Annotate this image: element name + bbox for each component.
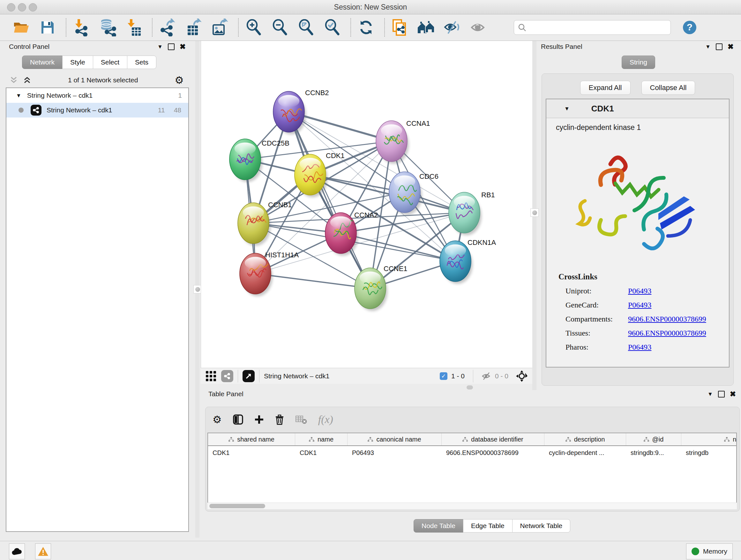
grid-view-icon[interactable] — [205, 370, 217, 382]
tab-network-table[interactable]: Network Table — [512, 519, 570, 533]
crosslink-link[interactable]: P06493 — [628, 287, 651, 295]
column-header-canonical-name[interactable]: canonical name — [347, 433, 442, 445]
network-options-gear-icon[interactable]: ⚙ — [175, 75, 184, 85]
network-overview-icon[interactable] — [221, 370, 233, 382]
delete-column-icon[interactable] — [275, 414, 284, 425]
close-panel-icon[interactable]: ✖ — [180, 43, 186, 51]
table-cell[interactable]: stringdb — [681, 446, 737, 459]
help-icon[interactable]: ? — [680, 17, 699, 37]
column-header-namespace[interactable]: namespace — [681, 433, 737, 445]
tab-sets[interactable]: Sets — [127, 56, 156, 69]
float-panel-icon[interactable] — [716, 44, 723, 50]
refresh-layout-icon[interactable] — [356, 17, 376, 37]
show-all-panels-icon[interactable] — [416, 17, 436, 37]
zoom-fit-icon[interactable] — [296, 17, 316, 37]
tab-node-table[interactable]: Node Table — [414, 519, 463, 533]
table-options-gear-icon[interactable]: ⚙ — [212, 415, 222, 425]
close-window-icon[interactable] — [7, 3, 15, 11]
column-header-name[interactable]: name — [295, 433, 347, 445]
column-header-database-identifier[interactable]: database identifier — [442, 433, 544, 445]
network-node-CCNE1[interactable] — [354, 268, 386, 309]
tab-string[interactable]: String — [622, 56, 655, 69]
import-network-icon[interactable] — [71, 17, 91, 37]
tab-network[interactable]: Network — [22, 56, 63, 69]
open-external-icon[interactable] — [243, 370, 255, 382]
close-panel-icon[interactable]: ✖ — [728, 43, 734, 51]
network-node-HIST1H1A[interactable] — [240, 253, 271, 294]
crosslink-link[interactable]: 9606.ENSP00000378699 — [628, 315, 706, 323]
expand-all-icon[interactable] — [23, 76, 31, 84]
panel-menu-icon[interactable]: ▼ — [157, 44, 163, 50]
table-cell[interactable]: CDK1 — [208, 446, 295, 459]
network-node-CDC6[interactable] — [389, 172, 420, 212]
gene-card-header[interactable]: ▼ CDK1 — [546, 99, 729, 118]
network-edge-CCNB2-CCNE1[interactable] — [289, 112, 370, 288]
table-cell[interactable]: stringdb:9... — [626, 446, 681, 459]
export-network-icon[interactable] — [158, 17, 178, 37]
column-header-@id[interactable]: @id — [626, 433, 681, 445]
column-header-description[interactable]: description — [544, 433, 626, 445]
network-node-CDC25B[interactable] — [229, 139, 261, 180]
zoom-out-icon[interactable] — [270, 17, 290, 37]
import-table-icon[interactable] — [124, 17, 144, 37]
collapse-all-button[interactable]: Collapse All — [642, 81, 695, 95]
crosslink-link[interactable]: P06493 — [628, 301, 651, 309]
open-file-icon[interactable] — [11, 17, 31, 37]
network-node-RB1[interactable] — [449, 192, 480, 233]
crosslink-link[interactable]: P06493 — [628, 343, 651, 352]
network-node-CCNB1[interactable] — [238, 203, 269, 244]
panel-menu-icon[interactable]: ▼ — [705, 44, 711, 50]
table-cell[interactable]: 9606.ENSP00000378699 — [442, 446, 544, 459]
table-row[interactable]: CDK1CDK1P064939606.ENSP00000378699cyclin… — [208, 446, 736, 459]
network-node-CCNA2[interactable] — [325, 212, 356, 253]
column-header-shared-name[interactable]: shared name — [208, 433, 295, 445]
create-column-icon[interactable] — [254, 415, 264, 424]
network-node-CDKN1A[interactable] — [440, 241, 471, 282]
hide-panels-icon[interactable] — [442, 17, 462, 37]
expand-all-button[interactable]: Expand All — [580, 81, 630, 95]
cloud-status-button[interactable] — [9, 543, 25, 559]
clone-network-icon[interactable] — [390, 17, 410, 37]
float-panel-icon[interactable] — [718, 391, 725, 397]
show-panel-icon[interactable] — [468, 17, 488, 37]
search-input[interactable] — [526, 23, 667, 32]
delete-table-icon[interactable] — [295, 415, 307, 424]
tab-style[interactable]: Style — [62, 56, 93, 69]
export-image-icon[interactable] — [210, 17, 230, 37]
warnings-button[interactable] — [35, 543, 51, 559]
network-node-CCNA1[interactable] — [376, 121, 407, 162]
tab-edge-table[interactable]: Edge Table — [463, 519, 513, 533]
collapse-all-icon[interactable] — [10, 76, 18, 84]
network-node-CDK1[interactable] — [294, 154, 326, 195]
table-cell[interactable]: cyclin-dependent ... — [544, 446, 626, 459]
zoom-window-icon[interactable] — [29, 3, 37, 11]
memory-button[interactable]: Memory — [686, 543, 733, 559]
network-node-CCNB2[interactable] — [273, 91, 305, 132]
show-columns-icon[interactable] — [232, 414, 244, 425]
network-edge-HIST1H1A-CCNE1[interactable] — [255, 273, 370, 288]
tree-expand-icon[interactable]: ▼ — [16, 93, 21, 98]
import-network-from-database-icon[interactable] — [98, 17, 118, 37]
table-horizontal-scrollbar[interactable] — [207, 503, 737, 509]
zoom-in-icon[interactable] — [244, 17, 264, 37]
horizontal-splitter-handle[interactable] — [467, 385, 473, 389]
zoom-selected-icon[interactable] — [322, 17, 342, 37]
network-collection-row[interactable]: ▼ String Network – cdk1 1 — [6, 88, 188, 103]
table-cell[interactable]: CDK1 — [295, 446, 347, 459]
function-builder-icon[interactable]: f(x) — [318, 414, 333, 426]
scrollbar-thumb[interactable] — [209, 504, 265, 508]
table-cell[interactable]: P06493 — [347, 446, 442, 459]
close-panel-icon[interactable]: ✖ — [730, 390, 736, 398]
export-table-icon[interactable] — [184, 17, 204, 37]
collapse-entry-icon[interactable]: ▼ — [564, 106, 569, 111]
selected-items-checkbox[interactable]: ✓ — [440, 372, 448, 380]
panel-menu-icon[interactable]: ▼ — [708, 391, 713, 397]
tab-select[interactable]: Select — [93, 56, 127, 69]
float-panel-icon[interactable] — [168, 44, 175, 50]
crosslink-link[interactable]: 9606.ENSP00000378699 — [628, 329, 706, 337]
minimize-window-icon[interactable] — [18, 3, 26, 11]
birdseye-navigator-icon[interactable] — [515, 370, 528, 382]
save-session-icon[interactable] — [38, 17, 57, 37]
network-row-selected[interactable]: String Network – cdk1 11 48 — [6, 103, 188, 118]
hidden-items-icon[interactable] — [482, 372, 491, 380]
